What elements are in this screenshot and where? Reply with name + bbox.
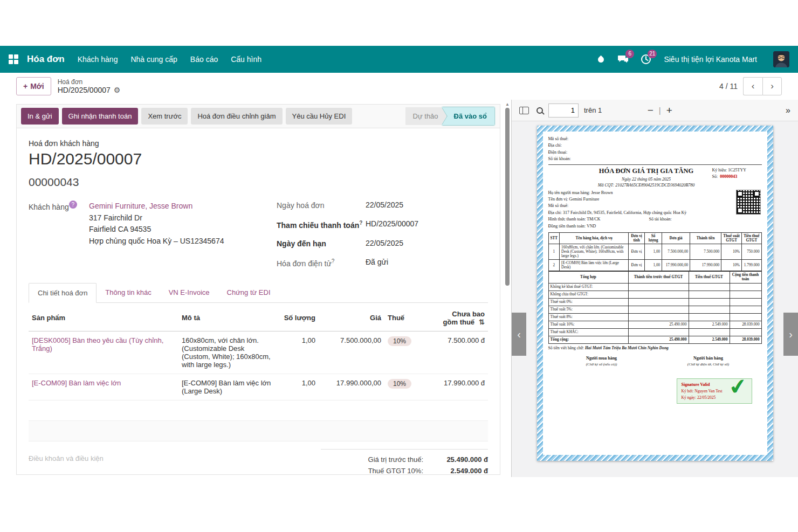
- help-icon[interactable]: ?: [332, 258, 335, 264]
- col-product[interactable]: Sản phẩm: [29, 305, 178, 331]
- qr-code: [736, 190, 761, 215]
- state-posted[interactable]: Đã vào sổ: [442, 107, 496, 125]
- pager-previous-button[interactable]: ‹: [743, 77, 762, 95]
- form-sheet: Hoá đơn khách hàng HD/2025/00007 0000004…: [17, 128, 500, 475]
- green-check-icon: ✔: [727, 375, 748, 398]
- document-type-label: Hoá đơn khách hàng: [29, 139, 488, 148]
- col-tax[interactable]: Thuế: [384, 305, 434, 331]
- payment-method: Hình thức thanh toán: TM/CK: [548, 216, 649, 223]
- statusbar: In & gửi Ghi nhận thanh toán Xem trước H…: [17, 105, 500, 128]
- screen: Hóa đơn Khách hàng Nhà cung cấp Báo cáo …: [0, 0, 798, 532]
- tab-other-info[interactable]: Thông tin khác: [97, 283, 160, 302]
- breadcrumb-parent[interactable]: Hoá đơn: [58, 78, 121, 86]
- pdf-page-input[interactable]: [548, 103, 579, 118]
- due-date-value[interactable]: 22/05/2025: [366, 239, 403, 249]
- untaxed-value: 25.490.000 đ: [423, 455, 488, 464]
- scrollbar-thumb[interactable]: [505, 108, 510, 286]
- pdf-number-label: Số:: [712, 174, 718, 179]
- pdf-line-row: 2[E-COM09] Bàn làm việc lớn (Large Desk)…: [548, 259, 761, 271]
- untaxed-label: Giá trị trước thuế:: [368, 455, 423, 464]
- credit-note-button[interactable]: Hoá đơn điều chỉnh giảm: [191, 108, 282, 125]
- payment-ref-value[interactable]: HD/2025/00007: [366, 219, 418, 231]
- seller-phone: Điện thoại:: [548, 149, 762, 156]
- menu-khach-hang[interactable]: Khách hàng: [78, 55, 118, 64]
- state-widget: Dự thảo Đã vào sổ: [405, 107, 496, 125]
- attachment-previous-button[interactable]: ‹: [512, 313, 526, 356]
- gear-icon[interactable]: ⚙: [114, 86, 121, 94]
- pdf-serial-label: Ký hiệu:: [712, 168, 727, 172]
- help-icon[interactable]: ?: [69, 201, 77, 209]
- help-icon[interactable]: ?: [359, 220, 362, 226]
- chevron-left-icon: ‹: [752, 81, 755, 92]
- tax-badge: 10%: [388, 336, 411, 346]
- buyer-address: Địa chỉ: 317 Fairchild Dr, 94535, Fairfi…: [548, 210, 732, 216]
- col-price[interactable]: Giá: [319, 305, 384, 331]
- pdf-sidebar-toggle-icon[interactable]: [519, 107, 529, 114]
- buyer-account: Số tài khoản:: [649, 216, 672, 223]
- new-button[interactable]: +Mới: [16, 77, 51, 95]
- pdf-search-icon[interactable]: [536, 107, 543, 114]
- line-qty: 1,00: [274, 331, 319, 374]
- zoom-divider: |: [659, 106, 661, 115]
- apps-menu-icon[interactable]: [9, 54, 18, 64]
- saas-droplet-icon[interactable]: [595, 53, 607, 65]
- menu-bao-cao[interactable]: Báo cáo: [190, 55, 218, 64]
- zoom-out-button[interactable]: −: [648, 105, 653, 116]
- messages-icon[interactable]: 6: [617, 53, 629, 65]
- tab-invoice-lines[interactable]: Chi tiết hoá đơn: [29, 283, 97, 303]
- menu-cau-hinh[interactable]: Cấu hình: [231, 55, 262, 64]
- table-row[interactable]: [E-COM09] Bàn làm việc lớn [E-COM09] Bàn…: [29, 374, 488, 400]
- product-link[interactable]: [E-COM09] Bàn làm việc lớn: [32, 379, 121, 387]
- messages-badge: 6: [625, 50, 634, 58]
- customer-link[interactable]: Gemini Furniture, Jesse Brown: [89, 201, 224, 212]
- product-link[interactable]: [DESK0005] Bàn theo yêu cầu (Tùy chỉnh, …: [32, 336, 163, 353]
- payment-ref-label: Tham chiếu thanh toán?: [277, 219, 366, 231]
- app-name[interactable]: Hóa đơn: [27, 54, 65, 65]
- form-view: In & gửi Ghi nhận thanh toán Xem trước H…: [0, 100, 511, 477]
- optional-columns-icon[interactable]: ⇅: [479, 318, 485, 326]
- invoice-date-value[interactable]: 22/05/2025: [366, 201, 403, 211]
- line-price: 17.990.000,00: [319, 374, 384, 400]
- empty-row[interactable]: [29, 420, 488, 441]
- amount-in-words: Số tiền viết bằng chữ: Hai Mươi Tám Triệ…: [548, 346, 762, 350]
- line-price: 7.500.000,00: [319, 331, 384, 374]
- chevron-left-icon: ‹: [517, 328, 521, 341]
- line-subtotal: 7.500.000 đ: [434, 331, 488, 374]
- col-description[interactable]: Mô tả: [178, 305, 274, 331]
- pdf-scroll-area[interactable]: Mã số thuế: Địa chỉ: Điện thoại: Số tài …: [512, 121, 798, 477]
- menu-nha-cung-cap[interactable]: Nhà cung cấp: [130, 55, 177, 64]
- breadcrumb-current: HD/2025/00007: [58, 86, 111, 94]
- document-subnumber: 00000043: [29, 176, 488, 189]
- sign-buyer-title: Người mua hàng: [548, 356, 655, 361]
- tab-vn-einvoice[interactable]: VN E-Invoice: [160, 283, 218, 302]
- empty-row[interactable]: [29, 400, 488, 420]
- zoom-in-button[interactable]: +: [666, 105, 672, 116]
- customer-address-line3: Hợp chủng quốc Hoa Kỳ – US12345674: [89, 236, 224, 247]
- app-window: Hóa đơn Khách hàng Nhà cung cấp Báo cáo …: [0, 46, 798, 477]
- plus-icon: +: [23, 82, 27, 91]
- customer-label: Khách hàng: [29, 203, 69, 211]
- pdf-invoice-date: Ngày 22 tháng 05 năm 2025: [581, 177, 712, 182]
- pdf-page: Mã số thuế: Địa chỉ: Điện thoại: Số tài …: [537, 126, 773, 461]
- preview-button[interactable]: Xem trước: [141, 108, 188, 125]
- scroll-up-icon[interactable]: ▲: [505, 102, 510, 107]
- print-send-button[interactable]: In & gửi: [21, 108, 59, 125]
- activities-clock-icon[interactable]: 21: [640, 53, 652, 65]
- signature-box: Signature Valid Ký bởi: Nguyen Van Test …: [677, 378, 752, 404]
- attachment-next-button[interactable]: ›: [783, 313, 798, 356]
- seller-account: Số tài khoản:: [548, 156, 762, 162]
- pager-next-button[interactable]: ›: [762, 77, 782, 95]
- tab-edi-documents[interactable]: Chứng từ EDI: [218, 283, 279, 302]
- cancel-edi-button[interactable]: Yêu cầu Hủy EDI: [286, 108, 353, 125]
- terms-placeholder[interactable]: Điều khoản và điều kiện: [29, 449, 321, 475]
- line-qty: 1,00: [274, 374, 319, 400]
- col-quantity[interactable]: Số lượng: [274, 305, 319, 331]
- state-draft[interactable]: Dự thảo: [405, 107, 447, 125]
- tax-value: 2.549.000 đ: [423, 467, 488, 475]
- table-row[interactable]: [DESK0005] Bàn theo yêu cầu (Tùy chỉnh, …: [29, 331, 488, 374]
- form-scrollbar[interactable]: ▲ ▼: [505, 102, 510, 477]
- pdf-expand-icon[interactable]: »: [786, 106, 790, 115]
- register-payment-button[interactable]: Ghi nhận thanh toán: [62, 108, 139, 125]
- avatar[interactable]: [773, 51, 789, 67]
- user-name[interactable]: Siêu thị tiện lợi Kanota Mart: [664, 55, 757, 64]
